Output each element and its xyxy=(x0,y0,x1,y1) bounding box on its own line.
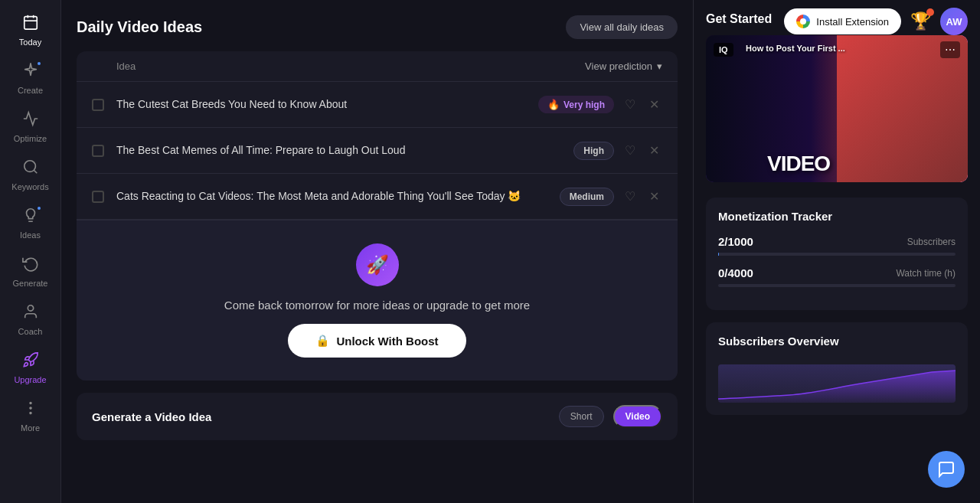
install-btn-label: Install Extension xyxy=(816,16,889,28)
iq-label: IQ xyxy=(714,43,733,57)
sidebar-item-ideas-label: Ideas xyxy=(20,230,41,240)
sidebar-item-generate[interactable]: Generate xyxy=(0,247,60,296)
subscribers-label: Subscribers xyxy=(907,237,956,247)
favorite-button-2[interactable]: ♡ xyxy=(622,140,639,161)
sidebar-item-today-label: Today xyxy=(19,38,41,47)
row1-badge-col: 🔥 Very high ♡ ✕ xyxy=(538,94,662,115)
sidebar-item-coach[interactable]: Coach xyxy=(0,296,60,344)
table-row[interactable]: The Cutest Cat Breeds You Need to Know A… xyxy=(77,82,678,128)
subscribers-count: 2/1000 xyxy=(718,235,753,248)
short-button[interactable]: Short xyxy=(559,406,604,427)
sidebar-item-keywords[interactable]: Keywords xyxy=(0,151,60,199)
checkbox[interactable] xyxy=(92,99,104,111)
svg-point-4 xyxy=(24,161,35,172)
avatar[interactable]: AW xyxy=(940,8,968,35)
video-title-text: How to Post Your First ... xyxy=(746,41,845,54)
sidebar-item-ideas[interactable]: Ideas xyxy=(0,199,60,247)
sidebar-item-create-label: Create xyxy=(18,86,43,95)
sidebar-item-optimize-label: Optimize xyxy=(14,134,47,143)
dismiss-button-2[interactable]: ✕ xyxy=(646,140,662,161)
video-button[interactable]: Video xyxy=(613,405,662,428)
table-row[interactable]: Cats Reacting to Cat Videos: The Most Me… xyxy=(77,174,678,220)
watchtime-row: 0/4000 Watch time (h) xyxy=(718,266,956,279)
checkbox[interactable] xyxy=(92,145,104,157)
right-panel: Get Started VIDEO IQ How to Post Your Fi… xyxy=(693,0,980,503)
video-thumbnail[interactable]: VIDEO IQ How to Post Your First ... ⋯ xyxy=(706,35,968,182)
watchtime-count: 0/4000 xyxy=(718,266,753,279)
coach-icon xyxy=(22,303,39,324)
row3-badge-col: Medium ♡ ✕ xyxy=(560,186,662,207)
idea-text-1: The Cutest Cat Breeds You Need to Know A… xyxy=(116,97,538,113)
fire-icon: 🔥 xyxy=(547,99,560,110)
dismiss-button-3[interactable]: ✕ xyxy=(646,186,662,207)
svg-point-7 xyxy=(30,403,31,404)
daily-ideas-header: Daily Video Ideas View all daily ideas xyxy=(77,15,678,39)
pred-label: View prediction xyxy=(585,60,652,72)
subscribers-row: 2/1000 Subscribers xyxy=(718,235,956,248)
bulb-icon xyxy=(22,207,39,227)
table-row[interactable]: The Best Cat Memes of All Time: Prepare … xyxy=(77,128,678,174)
install-extension-button[interactable]: Install Extension xyxy=(784,8,901,34)
favorite-button-3[interactable]: ♡ xyxy=(622,186,639,207)
ideas-card: Idea View prediction ▾ The Cutest Cat Br… xyxy=(77,51,678,381)
monetization-title: Monetization Tracker xyxy=(718,210,956,223)
sidebar-item-upgrade-label: Upgrade xyxy=(14,375,46,384)
chevron-down-icon: ▾ xyxy=(657,60,662,72)
idea-text-2: The Best Cat Memes of All Time: Prepare … xyxy=(116,143,573,158)
very-high-label: Very high xyxy=(564,100,605,110)
view-all-button[interactable]: View all daily ideas xyxy=(566,15,678,39)
keywords-icon xyxy=(22,158,39,179)
generate-icon xyxy=(22,255,39,276)
upgrade-overlay: 🚀 Come back tomorrow for more ideas or u… xyxy=(77,220,678,381)
calendar-icon xyxy=(22,14,39,34)
rocket-icon xyxy=(22,351,39,372)
sidebar-item-more-label: More xyxy=(21,423,40,433)
main-content: Daily Video Ideas View all daily ideas I… xyxy=(61,0,693,503)
watchtime-label: Watch time (h) xyxy=(896,268,956,279)
unlock-boost-button[interactable]: 🔒 Unlock With Boost xyxy=(288,324,466,358)
generate-card: Generate a Video Idea Short Video xyxy=(77,393,678,440)
svg-point-8 xyxy=(30,407,31,409)
chat-button[interactable] xyxy=(928,451,965,488)
subscribers-progress-fill xyxy=(718,253,719,256)
header-idea-label: Idea xyxy=(116,60,585,72)
checkbox[interactable] xyxy=(92,191,104,203)
svg-point-6 xyxy=(28,305,33,311)
subscribers-overview-title: Subscribers Overview xyxy=(718,335,956,348)
video-options-button[interactable]: ⋯ xyxy=(940,41,960,58)
view-prediction-col[interactable]: View prediction ▾ xyxy=(585,60,662,72)
sparkle-icon xyxy=(22,62,39,83)
svg-rect-0 xyxy=(24,17,37,29)
upgrade-icon: 🚀 xyxy=(356,243,399,286)
sidebar-item-keywords-label: Keywords xyxy=(11,182,48,191)
section-title: Daily Video Ideas xyxy=(77,18,202,36)
trophy-button[interactable]: 🏆 xyxy=(910,11,931,31)
generate-title: Generate a Video Idea xyxy=(92,410,550,423)
ideas-table-header: Idea View prediction ▾ xyxy=(77,51,678,82)
svg-point-9 xyxy=(30,413,31,414)
more-icon xyxy=(22,400,39,420)
monetization-card: Monetization Tracker 2/1000 Subscribers … xyxy=(706,198,968,310)
idea-text-3: Cats Reacting to Cat Videos: The Most Me… xyxy=(116,189,560,204)
badge-very-high: 🔥 Very high xyxy=(538,96,614,113)
video-text-overlay: VIDEO xyxy=(767,152,830,176)
optimize-icon xyxy=(22,110,39,131)
svg-line-5 xyxy=(34,170,37,173)
topbar: Install Extension 🏆 AW xyxy=(772,0,980,43)
sidebar-item-optimize[interactable]: Optimize xyxy=(0,103,60,151)
sidebar-item-more[interactable]: More xyxy=(0,392,60,440)
row3-check xyxy=(92,191,116,203)
sidebar-item-create[interactable]: Create xyxy=(0,54,60,103)
dismiss-button-1[interactable]: ✕ xyxy=(646,94,662,115)
sidebar-item-upgrade[interactable]: Upgrade xyxy=(0,344,60,392)
video-top-bar: IQ How to Post Your First ... ⋯ xyxy=(706,41,968,58)
favorite-button-1[interactable]: ♡ xyxy=(622,94,639,115)
sidebar-item-today[interactable]: Today xyxy=(0,6,60,54)
chrome-icon xyxy=(796,15,810,28)
trophy-badge xyxy=(926,8,934,16)
subscribers-chart xyxy=(718,357,956,403)
sidebar: Today Create Optimize Keywords Ideas xyxy=(0,0,61,503)
unlock-btn-label: Unlock With Boost xyxy=(336,335,438,348)
row2-badge-col: High ♡ ✕ xyxy=(573,140,662,161)
subscribers-overview-card: Subscribers Overview xyxy=(706,322,968,415)
